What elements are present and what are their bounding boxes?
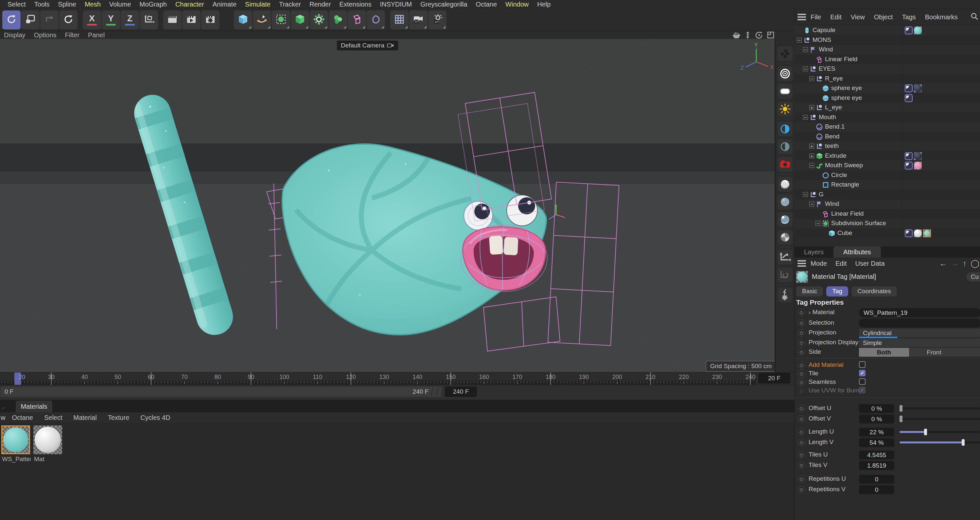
tiles-u-value[interactable]: 4.5455 (859, 451, 894, 459)
pan-hand-icon[interactable] (732, 31, 741, 39)
materials-menu-octane[interactable]: Octane (12, 414, 33, 421)
tree-row-mouth-sweep[interactable]: −Mouth Sweep✓ (794, 161, 980, 171)
slider-track[interactable] (899, 431, 980, 433)
segment-both[interactable]: Both (859, 348, 909, 357)
materials-menu-material[interactable]: Material (73, 414, 97, 421)
menu-insydium[interactable]: INSYDIUM (375, 0, 416, 9)
tab-materials[interactable]: Materials (16, 400, 52, 412)
mograph-cloner-button[interactable] (272, 11, 290, 29)
tree-row-l_eye[interactable]: +L_eye (794, 103, 980, 113)
menu-tools[interactable]: Tools (30, 0, 54, 9)
axis-z-button[interactable]: Z (121, 11, 139, 29)
seamless-checkbox[interactable] (859, 378, 865, 385)
viewport-3d[interactable]: Y X Z (0, 39, 775, 372)
dolly-arrows-icon[interactable] (743, 31, 752, 39)
axis-y-button[interactable]: Y (102, 11, 120, 29)
keyframe-dot-icon[interactable]: ◇ (797, 415, 805, 423)
expander-minus-icon[interactable]: − (816, 221, 820, 226)
redo-button[interactable] (59, 11, 78, 29)
deformer-button[interactable] (310, 11, 328, 29)
keyframe-dot-icon[interactable]: ◇ (797, 439, 805, 447)
spline-shape-button[interactable] (367, 11, 385, 29)
field-button[interactable] (348, 11, 366, 29)
workplane-button[interactable] (21, 11, 40, 29)
mat-dark-tag-icon[interactable] (914, 152, 922, 160)
phong-tag-icon[interactable] (905, 94, 913, 102)
menu-window[interactable]: Window (501, 0, 533, 9)
mat-white-tag-icon[interactable] (914, 230, 922, 237)
materials-menu-cycles-4d[interactable]: Cycles 4D (140, 414, 170, 421)
menu-tracker[interactable]: Tracker (275, 0, 305, 9)
range-grip[interactable]: ▏▏▏ (428, 388, 442, 396)
om-menu-bookmarks[interactable]: Bookmarks (925, 13, 958, 21)
slider-handle[interactable] (899, 416, 902, 422)
keyframe-dot-icon[interactable]: ◇ (797, 329, 805, 337)
tree-row-mons[interactable]: −MONS (794, 35, 980, 45)
slider-track[interactable] (899, 407, 980, 409)
tree-row-rectangle[interactable]: Rectangle✓ (794, 180, 980, 190)
expander-plus-icon[interactable]: + (809, 105, 814, 110)
attribute-hamburger-icon[interactable] (797, 260, 806, 267)
material-thumb-ws_pattern[interactable] (1, 426, 30, 454)
repetitions-v-value[interactable]: 0 (859, 485, 894, 494)
om-menu-tags[interactable]: Tags (902, 13, 916, 21)
keyframe-dot-icon[interactable]: ◇ (797, 486, 805, 493)
render-region-button[interactable] (182, 11, 200, 29)
phong-tag-icon[interactable] (905, 85, 913, 92)
tile-checkbox[interactable]: ✓ (859, 370, 865, 376)
use-uvw-for-bump-checkbox[interactable]: ✓ (859, 387, 865, 393)
strip-drag-handle[interactable]: ·········· (773, 41, 797, 43)
generator-cube-button[interactable] (291, 11, 309, 29)
keyframe-dot-icon[interactable]: ◇ (797, 405, 805, 412)
expander-minus-icon[interactable]: − (803, 67, 808, 71)
phong-tag-icon[interactable] (905, 27, 913, 34)
menu-extensions[interactable]: Extensions (335, 0, 376, 9)
tree-row-subdivision-surface[interactable]: −Subdivision Surface✓ (794, 219, 980, 228)
menu-character[interactable]: Character (171, 0, 208, 9)
render-view-button[interactable] (163, 11, 181, 29)
keyframe-dot-icon[interactable]: ◇ (797, 451, 805, 459)
menu-mograph[interactable]: MoGraph (135, 0, 171, 9)
keyframe-dot-icon[interactable]: ◇ (797, 309, 805, 316)
viewport-menu-options[interactable]: Options (34, 32, 61, 39)
slider-handle[interactable] (924, 429, 927, 435)
tab-attributes[interactable]: Attributes (834, 246, 881, 258)
end-frame-field[interactable]: 240 F (445, 386, 477, 397)
timeline-ruler[interactable]: 2030405060708090100110120130140150160170… (0, 372, 794, 385)
om-menu-object[interactable]: Object (874, 13, 893, 21)
octane-settings-icon[interactable] (778, 287, 792, 302)
diffuse-material-icon[interactable] (778, 195, 792, 209)
octane-logo-icon[interactable] (778, 46, 792, 61)
tree-row-sphere-eye[interactable]: sphere eye✓ (794, 93, 980, 103)
tree-row-mouth[interactable]: −Mouth (794, 113, 980, 123)
expand-chevron-icon[interactable]: › (808, 309, 811, 316)
tree-row-g[interactable]: −G (794, 190, 980, 199)
tree-row-sphere-eye[interactable]: sphere eye✓ (794, 83, 980, 93)
keyframe-dot-icon[interactable]: ◇ (797, 378, 805, 386)
keyframe-dot-icon[interactable]: ◇ (797, 339, 805, 346)
material-tag-thumbnail[interactable] (796, 271, 808, 283)
dim-environment-icon[interactable] (778, 139, 792, 154)
tree-row-circle[interactable]: Circle✓ (794, 171, 980, 180)
phong-tag-icon[interactable] (905, 230, 913, 237)
om-menu-file[interactable]: File (811, 13, 821, 21)
material-thumb-mat[interactable] (33, 426, 62, 454)
length-v-value[interactable]: 54 % (859, 438, 894, 447)
projection-display-dropdown[interactable]: Simple (859, 338, 980, 347)
st-light-button[interactable]: ST (428, 11, 447, 29)
keyframe-dot-icon[interactable]: ◇ (797, 319, 805, 327)
live-viewer-target-icon[interactable] (778, 66, 792, 81)
viewport-menu-display[interactable]: Display (4, 32, 30, 39)
om-menu-edit[interactable]: Edit (830, 13, 841, 21)
tree-row-wind[interactable]: −Wind✓ (794, 199, 980, 209)
expander-plus-icon[interactable]: + (809, 144, 814, 148)
tree-row-bend[interactable]: Bend✓ (794, 132, 980, 142)
mat-pink-tag-icon[interactable] (914, 162, 922, 169)
slider-handle[interactable] (962, 439, 965, 446)
axis-x-button[interactable]: X (83, 11, 101, 29)
keyframe-dot-icon[interactable]: ◇ (797, 428, 805, 436)
undo-interaction-button[interactable] (2, 11, 21, 29)
expander-minus-icon[interactable]: − (803, 47, 808, 52)
menu-volume[interactable]: Volume (105, 0, 135, 9)
mat-dark-tag-icon[interactable] (914, 85, 922, 92)
